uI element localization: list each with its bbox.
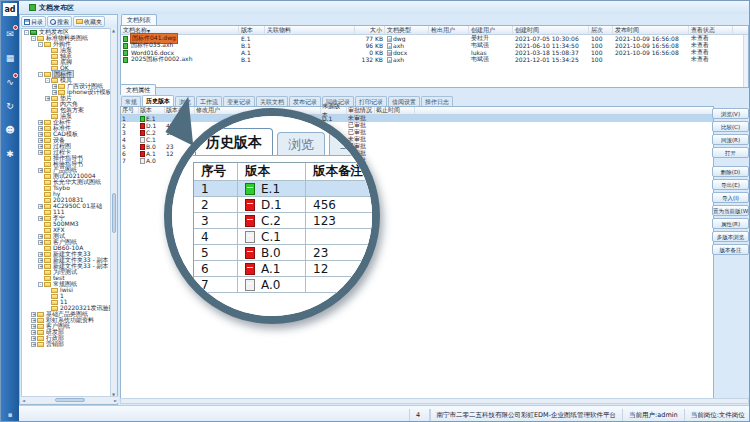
tree-vertical-scrollbar[interactable]: ▲ ▼ <box>110 28 116 397</box>
column-header[interactable]: 版本 <box>239 26 265 34</box>
scroll-right-icon[interactable]: ► <box>114 398 117 403</box>
expander-icon[interactable]: + <box>38 144 43 149</box>
expander-icon[interactable]: + <box>38 120 43 125</box>
folder-icon <box>44 138 51 143</box>
expander-icon[interactable]: + <box>52 90 57 95</box>
action-button[interactable]: 置为当前版(W) <box>712 205 749 216</box>
search-button[interactable]: 搜索 <box>47 16 72 27</box>
expander-icon[interactable]: - <box>45 78 50 83</box>
action-button[interactable]: 回滚(R) <box>712 134 749 145</box>
expander-icon[interactable]: + <box>31 312 36 317</box>
scroll-up-icon[interactable]: ▲ <box>112 28 115 33</box>
column-header[interactable]: 查看状态 <box>689 26 733 34</box>
properties-tab[interactable]: 打印记录 <box>355 96 387 106</box>
gear-icon[interactable]: ✱ <box>1 147 19 161</box>
expander-icon[interactable]: + <box>45 96 50 101</box>
expander-icon[interactable]: + <box>38 234 43 239</box>
expander-icon[interactable]: - <box>38 282 43 287</box>
doc-list-scrollbar[interactable] <box>743 35 748 87</box>
action-button[interactable]: 打开 <box>712 147 749 158</box>
action-button[interactable]: 属性(R) <box>712 218 749 229</box>
properties-tab[interactable]: 常规 <box>121 96 141 106</box>
doc-name[interactable]: 2025国标件0002.axh <box>130 55 193 64</box>
folder-icon <box>44 198 51 203</box>
folder-panel: 目录 搜索 收藏夹 - 文档发布区 <box>19 14 118 405</box>
chat-icon[interactable]: ✉ <box>1 27 19 41</box>
action-button[interactable]: 版本备注 <box>712 244 749 255</box>
app-window: ad ✉ ▦ ∿ ↻ <box>0 0 750 422</box>
doc-row[interactable]: 国标件035.axh B.1 96 KB a axh 韦斌强 2021-06-1… <box>121 42 748 49</box>
tree-horizontal-scrollbar[interactable]: ◄ ► <box>21 396 118 403</box>
column-header[interactable]: 关联物料 <box>265 26 355 34</box>
rail-footer-icon[interactable]: ▪ <box>1 411 19 419</box>
expander-icon[interactable]: + <box>38 240 43 245</box>
column-header[interactable]: 文档类型 <box>385 26 429 34</box>
expander-icon[interactable]: - <box>38 72 43 77</box>
folder-icon <box>58 84 65 89</box>
favorites-button[interactable]: 收藏夹 <box>73 16 105 27</box>
column-header[interactable]: 创建用户 <box>469 26 513 34</box>
expander-icon[interactable]: + <box>38 258 43 263</box>
expander-icon[interactable]: - <box>24 30 29 35</box>
magnified-version-row: 5 B.0 23 <box>194 245 372 261</box>
window-icon <box>29 4 36 11</box>
version-row[interactable]: 1 E.1 D.1 未审批 <box>121 115 713 122</box>
expander-icon[interactable]: + <box>38 138 43 143</box>
expander-icon[interactable]: + <box>38 204 43 209</box>
tab-doc-list[interactable]: 文档列表 <box>121 14 157 25</box>
folder-icon <box>44 156 51 161</box>
version-action-buttons: 浏览(V) 比较(C) 回滚(R) 打开 删除(D) 导出(E) 导入(I) 置… <box>712 108 749 255</box>
expander-icon[interactable]: + <box>31 318 36 323</box>
properties-tab[interactable]: 借阅设置 <box>388 96 420 106</box>
properties-tab[interactable]: 操作日志 <box>421 96 453 106</box>
folder-icon <box>44 252 51 257</box>
version-doc-icon <box>140 158 145 164</box>
column-header[interactable]: 创建时间 <box>513 26 589 34</box>
drive-icon[interactable]: ▦ <box>1 51 19 65</box>
column-header[interactable]: 检出用户 <box>429 26 469 34</box>
users-icon[interactable]: ☻ <box>1 123 19 137</box>
column-header[interactable]: 层次 <box>589 26 613 34</box>
expander-icon[interactable]: + <box>38 168 43 173</box>
scroll-left-icon[interactable]: ◄ <box>22 398 25 403</box>
action-button[interactable]: 导入(I) <box>712 192 749 203</box>
expander-icon[interactable]: - <box>31 36 36 41</box>
properties-tab[interactable]: 变更记录 <box>223 96 255 106</box>
sync-icon[interactable]: ↻ <box>1 99 19 113</box>
expander-icon[interactable]: + <box>38 132 43 137</box>
scroll-thumb[interactable] <box>112 193 116 233</box>
expander-icon[interactable]: + <box>52 84 57 89</box>
action-button[interactable]: 多版本浏览 <box>712 231 749 242</box>
version-doc-icon <box>140 116 145 122</box>
catalog-button[interactable]: 目录 <box>21 16 46 27</box>
action-button[interactable]: 导出(E) <box>712 179 749 190</box>
properties-tab[interactable]: 发布记录 <box>289 96 321 106</box>
activity-icon[interactable]: ∿ <box>1 75 19 89</box>
action-button[interactable]: 浏览(V) <box>712 108 749 119</box>
expander-icon[interactable]: + <box>31 330 36 335</box>
properties-tab[interactable]: 历史版本 <box>142 95 174 106</box>
left-rail: ad ✉ ▦ ∿ ↻ <box>1 1 19 422</box>
expander-icon[interactable]: + <box>31 336 36 341</box>
properties-tab-bar: 常规 历史版本 浏览 工作流 变更记录 关联文档 发布记录 回收记录 打印记录 … <box>120 95 749 106</box>
properties-tab[interactable]: 关联文档 <box>256 96 288 106</box>
expander-icon[interactable]: + <box>31 342 36 347</box>
version-doc-icon <box>245 263 255 275</box>
expander-icon[interactable]: + <box>38 264 43 269</box>
expander-icon[interactable]: - <box>38 42 43 47</box>
main-horizontal-scrollbar[interactable] <box>120 398 749 404</box>
action-button[interactable]: 删除(D) <box>712 166 749 177</box>
expander-icon[interactable]: + <box>38 126 43 131</box>
expander-icon[interactable]: + <box>31 324 36 329</box>
expander-icon[interactable]: + <box>38 252 43 257</box>
tree-item[interactable]: + 营销部 <box>22 341 111 347</box>
expander-icon[interactable]: + <box>38 150 43 155</box>
folder-tree: - 文档发布区 - 标准物料类图纸 - 外购件 <box>21 28 112 397</box>
doc-row[interactable]: 2025国标件0002.axh B.1 132 KB a axh 韦斌强 202… <box>121 56 748 63</box>
column-header[interactable]: 发布时间 <box>613 26 689 34</box>
scroll-thumb[interactable] <box>55 398 85 402</box>
expander-icon[interactable]: + <box>38 216 43 221</box>
action-button[interactable]: 比较(C) <box>712 121 749 132</box>
column-header[interactable]: 大小 <box>355 26 385 34</box>
tab-doc-properties[interactable]: 文档属性 <box>120 84 156 95</box>
